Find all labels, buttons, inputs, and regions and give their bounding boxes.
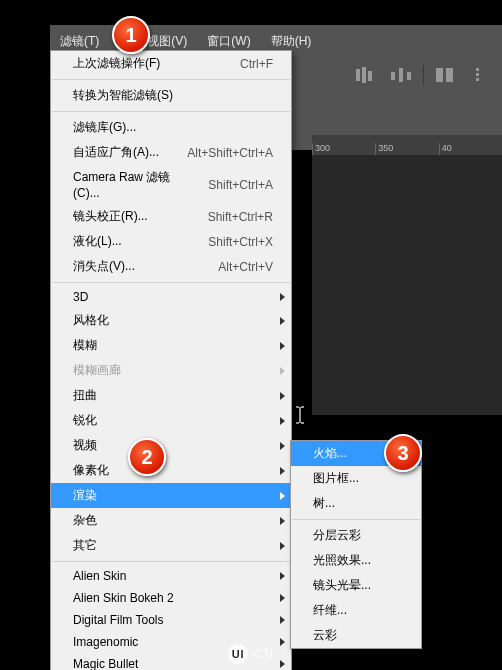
chevron-right-icon [280, 594, 285, 602]
menu-noise[interactable]: 杂色 [51, 508, 291, 533]
menu-item-label: 视频 [73, 437, 273, 454]
watermark-text: ·CN [250, 647, 274, 661]
distribute-icon[interactable] [387, 63, 417, 87]
menu-shortcut: Shift+Ctrl+R [208, 210, 273, 224]
menu-item-label: 消失点(V)... [73, 258, 206, 275]
chevron-right-icon [280, 517, 285, 525]
submenu-lighting-effects[interactable]: 光照效果... [291, 548, 421, 573]
svg-rect-8 [476, 68, 479, 71]
menu-render[interactable]: 渲染 [51, 483, 291, 508]
menu-3d[interactable]: 3D [51, 286, 291, 308]
menu-shortcut: Ctrl+F [240, 57, 273, 71]
menu-item-label: 扭曲 [73, 387, 273, 404]
align-icon[interactable] [351, 63, 381, 87]
menu-separator [52, 561, 290, 562]
svg-rect-5 [407, 72, 411, 80]
menu-camera-raw[interactable]: Camera Raw 滤镜(C)... Shift+Ctrl+A [51, 165, 291, 204]
menu-item-label: 其它 [73, 537, 273, 554]
menu-item-label: 树... [313, 495, 403, 512]
chevron-right-icon [280, 367, 285, 375]
menu-shortcut: Alt+Ctrl+V [218, 260, 273, 274]
menu-item-label: 光照效果... [313, 552, 403, 569]
menu-item-label: 上次滤镜操作(F) [73, 55, 228, 72]
canvas-area[interactable] [312, 155, 502, 415]
menu-shortcut: Alt+Shift+Ctrl+A [187, 146, 273, 160]
menu-item-label: 云彩 [313, 627, 403, 644]
chevron-right-icon [280, 442, 285, 450]
menu-item-label: 镜头校正(R)... [73, 208, 196, 225]
submenu-lens-flare[interactable]: 镜头光晕... [291, 573, 421, 598]
menu-last-filter[interactable]: 上次滤镜操作(F) Ctrl+F [51, 51, 291, 76]
options-icon[interactable] [466, 63, 496, 87]
chevron-right-icon [280, 492, 285, 500]
menu-item-label: 自适应广角(A)... [73, 144, 175, 161]
callout-badge-2: 2 [128, 438, 166, 476]
menu-item-label: 图片框... [313, 470, 403, 487]
menu-item-label: Digital Film Tools [73, 613, 273, 627]
menu-separator [52, 111, 290, 112]
menu-digital-film-tools[interactable]: Digital Film Tools [51, 609, 291, 631]
menu-filter-gallery[interactable]: 滤镜库(G)... [51, 115, 291, 140]
menu-item-label: 像素化 [73, 462, 273, 479]
menu-item-label: 分层云彩 [313, 527, 403, 544]
watermark-logo: UI [228, 644, 248, 664]
chevron-right-icon [280, 542, 285, 550]
menu-blur-gallery[interactable]: 模糊画廊 [51, 358, 291, 383]
chevron-right-icon [280, 293, 285, 301]
menu-item-label: 杂色 [73, 512, 273, 529]
menu-lens-correction[interactable]: 镜头校正(R)... Shift+Ctrl+R [51, 204, 291, 229]
svg-rect-4 [399, 68, 403, 82]
menu-item-label: 液化(L)... [73, 233, 196, 250]
menu-video[interactable]: 视频 [51, 433, 291, 458]
svg-rect-6 [436, 68, 443, 82]
toolbar-right [351, 60, 496, 90]
ruler-tick: 40 [439, 143, 502, 155]
menu-vanishing-point[interactable]: 消失点(V)... Alt+Ctrl+V [51, 254, 291, 279]
menu-blur[interactable]: 模糊 [51, 333, 291, 358]
chevron-right-icon [280, 342, 285, 350]
menu-adaptive-wide[interactable]: 自适应广角(A)... Alt+Shift+Ctrl+A [51, 140, 291, 165]
chevron-right-icon [280, 616, 285, 624]
menu-separator [52, 79, 290, 80]
svg-rect-7 [446, 68, 453, 82]
menu-convert-smart[interactable]: 转换为智能滤镜(S) [51, 83, 291, 108]
menu-shortcut: Shift+Ctrl+X [208, 235, 273, 249]
chevron-right-icon [280, 467, 285, 475]
text-cursor-icon [295, 406, 305, 424]
menu-stylize[interactable]: 风格化 [51, 308, 291, 333]
svg-rect-1 [362, 67, 366, 83]
menu-item-label: 纤维... [313, 602, 403, 619]
menu-alien-skin-bokeh[interactable]: Alien Skin Bokeh 2 [51, 587, 291, 609]
menu-item-label: 转换为智能滤镜(S) [73, 87, 273, 104]
menu-item-label: 镜头光晕... [313, 577, 403, 594]
menu-item-label: Camera Raw 滤镜(C)... [73, 169, 196, 200]
submenu-fibers[interactable]: 纤维... [291, 598, 421, 623]
menu-other[interactable]: 其它 [51, 533, 291, 558]
menu-liquify[interactable]: 液化(L)... Shift+Ctrl+X [51, 229, 291, 254]
menu-item-label: 3D [73, 290, 273, 304]
grid-icon[interactable] [430, 63, 460, 87]
filter-menu: 上次滤镜操作(F) Ctrl+F 转换为智能滤镜(S) 滤镜库(G)... 自适… [50, 50, 292, 670]
chevron-right-icon [280, 572, 285, 580]
watermark: UI·CN [0, 644, 502, 664]
submenu-difference-clouds[interactable]: 分层云彩 [291, 523, 421, 548]
menu-item-label: 风格化 [73, 312, 273, 329]
svg-rect-3 [391, 72, 395, 80]
ruler-tick: 350 [375, 143, 438, 155]
menu-item-label: 模糊 [73, 337, 273, 354]
menu-item-label: 渲染 [73, 487, 273, 504]
callout-badge-1: 1 [112, 16, 150, 54]
menu-pixelate[interactable]: 像素化 [51, 458, 291, 483]
svg-rect-0 [356, 69, 360, 81]
menu-alien-skin[interactable]: Alien Skin [51, 565, 291, 587]
menu-sharpen[interactable]: 锐化 [51, 408, 291, 433]
menu-shortcut: Shift+Ctrl+A [208, 178, 273, 192]
menu-separator [292, 519, 420, 520]
submenu-tree[interactable]: 树... [291, 491, 421, 516]
menu-distort[interactable]: 扭曲 [51, 383, 291, 408]
menu-item-label: Alien Skin Bokeh 2 [73, 591, 273, 605]
svg-rect-9 [476, 73, 479, 76]
menu-item-label: Alien Skin [73, 569, 273, 583]
ruler-tick: 300 [312, 143, 375, 155]
toolbar-separator [423, 65, 424, 85]
